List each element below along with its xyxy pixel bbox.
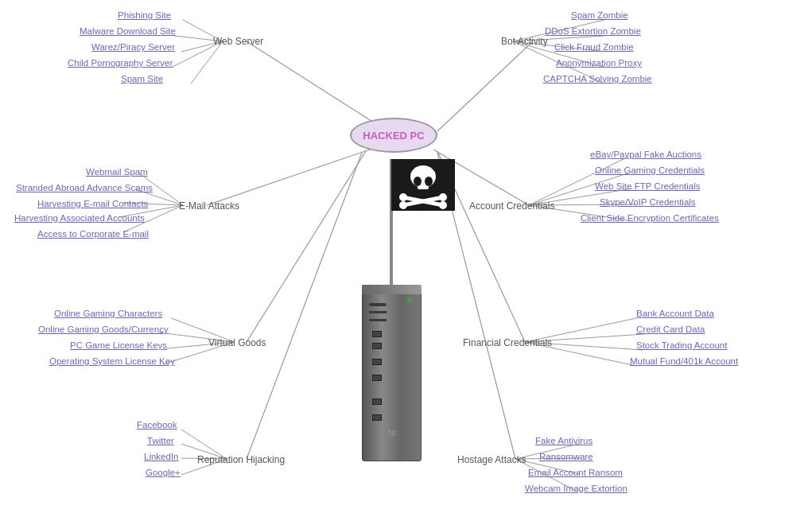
leaf-bank: Bank Account Data: [636, 309, 714, 318]
leaf-linkedin: LinkedIn: [144, 452, 178, 461]
leaf-ftp: Web Site FTP Credentials: [595, 181, 701, 191]
center-label: HACKED PC: [363, 130, 424, 142]
pirate-flag: [391, 159, 455, 211]
svg-point-47: [425, 177, 433, 186]
leaf-child-porn: Child Pornography Server: [68, 58, 173, 68]
leaf-pc-game-keys: PC Game License Keys: [70, 340, 167, 350]
web-server-label: Web Server: [213, 36, 263, 47]
svg-point-53: [399, 201, 407, 209]
leaf-phishing-site: Phishing Site: [118, 10, 171, 20]
leaf-anon-proxy: Anonymization Proxy: [556, 58, 642, 68]
svg-line-4: [247, 151, 366, 342]
leaf-click-fraud: Click Fraud Zombie: [554, 42, 634, 52]
leaf-mutual-fund: Mutual Fund/401k Account: [630, 356, 738, 366]
leaf-spam-site: Spam Site: [121, 74, 163, 84]
virtual-goods-label: Virtual Goods: [208, 337, 266, 348]
svg-point-51: [399, 193, 407, 201]
leaf-fake-antivirus: Fake Antivirus: [535, 436, 592, 445]
leaf-gaming-goods: Online Gaming Goods/Currency: [38, 325, 169, 334]
account-credentials-label: Account Credentials: [469, 200, 554, 212]
leaf-corporate-email: Access to Corporate E-mail: [37, 229, 149, 239]
leaf-ransomware: Ransomware: [539, 452, 593, 461]
computer-tower: hp: [362, 286, 422, 461]
leaf-webmail-spam: Webmail Spam: [86, 167, 148, 177]
svg-rect-48: [418, 186, 429, 189]
leaf-email-account-ransom: Email Account Ransom: [528, 468, 623, 477]
svg-point-46: [414, 177, 422, 186]
svg-point-52: [439, 193, 447, 201]
leaf-malware-download: Malware Download Site: [80, 26, 176, 36]
leaf-google-plus: Google+: [146, 468, 181, 477]
hostage-attacks-label: Hostage Attacks: [457, 454, 526, 465]
leaf-ddos-zombie: DDoS Extortion Zombie: [545, 26, 641, 36]
svg-line-6: [247, 153, 362, 459]
financial-credentials-label: Financial Credentials: [463, 337, 552, 348]
leaf-spam-zombie: Spam Zombie: [571, 10, 628, 20]
svg-line-12: [191, 41, 223, 84]
leaf-harvesting-email: Harvesting E-mail Contacts: [37, 199, 148, 208]
leaf-encryption: Client Side Encryption Certificates: [581, 213, 719, 223]
leaf-gaming-chars: Online Gaming Characters: [54, 309, 162, 318]
svg-line-1: [437, 41, 533, 131]
leaf-credit-card: Credit Card Data: [636, 325, 705, 334]
leaf-os-key: Operating System License Key: [49, 356, 175, 366]
svg-point-54: [439, 201, 447, 209]
leaf-captcha: CAPTCHA Solving Zombie: [543, 74, 652, 84]
leaf-stock: Stock Trading Account: [636, 340, 727, 350]
svg-line-2: [207, 150, 370, 205]
leaf-warez: Warez/Piracy Server: [91, 42, 175, 52]
leaf-harvesting-accounts: Harvesting Associated Accounts: [14, 213, 145, 223]
leaf-stranded: Stranded Abroad Advance Scams: [16, 183, 153, 192]
bot-activity-label: Bot Activity: [501, 36, 548, 47]
leaf-twitter: Twitter: [147, 436, 174, 445]
leaf-skype: Skype/VoIP Credentials: [600, 197, 696, 207]
center-node: HACKED PC: [350, 118, 437, 153]
tower-top: [362, 285, 422, 294]
leaf-online-gaming-creds: Online Gaming Credentials: [595, 165, 705, 175]
leaf-webcam: Webcam Image Extortion: [525, 484, 627, 493]
svg-point-45: [410, 165, 436, 188]
leaf-facebook: Facebook: [137, 420, 177, 430]
leaf-ebay: eBay/Paypal Fake Auctions: [590, 150, 701, 159]
reputation-hijacking-label: Reputation Hijacking: [197, 454, 285, 465]
email-attacks-label: E-Mail Attacks: [179, 200, 239, 212]
